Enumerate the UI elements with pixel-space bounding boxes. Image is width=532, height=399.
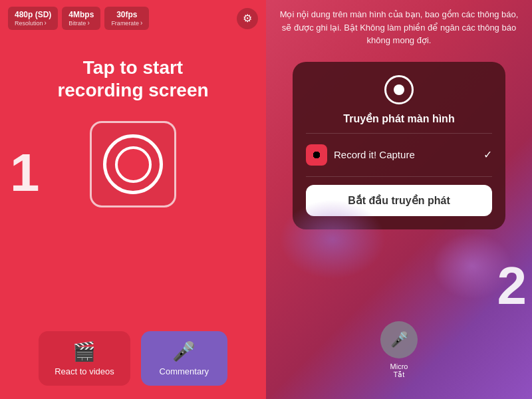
- check-icon: ✓: [483, 148, 492, 161]
- blur-decoration-1: [279, 200, 386, 279]
- app-icon: ⏺: [306, 144, 327, 166]
- main-title: Tap to startrecording screen: [44, 57, 221, 101]
- bitrate-control[interactable]: 4Mbps Bitrate: [62, 7, 100, 30]
- record-circle-outer: [103, 134, 163, 194]
- step-number-2: 2: [497, 259, 527, 313]
- react-videos-button[interactable]: 🎬 React to videos: [39, 331, 130, 386]
- record-tap-area[interactable]: [90, 121, 176, 207]
- resolution-control[interactable]: 480p (SD) Resolution: [8, 7, 58, 30]
- top-bar: 480p (SD) Resolution 4Mbps Bitrate 30fps…: [0, 0, 266, 37]
- modal-divider-2: [306, 176, 492, 177]
- microphone-icon: 🎤: [172, 340, 196, 362]
- broadcast-record-icon: [384, 75, 414, 104]
- modal-option-row: ⏺ Record it! Capture ✓: [306, 142, 492, 168]
- framerate-label: Framerate: [111, 19, 142, 27]
- right-panel: Mọi nội dung trên màn hình của bạn, bao …: [266, 0, 532, 399]
- right-description: Mọi nội dung trên màn hình của bạn, bao …: [266, 0, 532, 55]
- react-videos-label: React to videos: [55, 366, 114, 376]
- record-icon: ⏺: [311, 149, 322, 161]
- left-panel: 480p (SD) Resolution 4Mbps Bitrate 30fps…: [0, 0, 266, 399]
- mic-button[interactable]: 🎤: [380, 321, 418, 358]
- bottom-buttons: 🎬 React to videos 🎤 Commentary: [39, 331, 227, 386]
- framerate-control[interactable]: 30fps Framerate: [104, 7, 149, 30]
- modal-title: Truyền phát màn hình: [343, 112, 454, 125]
- commentary-button[interactable]: 🎤 Commentary: [141, 331, 227, 386]
- record-dot: [394, 84, 404, 95]
- bitrate-value: 4Mbps: [68, 10, 94, 19]
- commentary-label: Commentary: [160, 366, 209, 376]
- mic-label: MicroTắt: [390, 362, 408, 379]
- resolution-value: 480p (SD): [15, 10, 51, 19]
- resolution-label: Resolution: [15, 19, 51, 27]
- gear-icon: ⚙: [243, 12, 252, 25]
- bitrate-label: Bitrate: [68, 19, 94, 27]
- record-circle-inner: [115, 146, 152, 183]
- step-number-1: 1: [10, 146, 40, 200]
- mic-button-area: 🎤 MicroTắt: [380, 321, 418, 379]
- app-name: Record it! Capture: [334, 149, 477, 160]
- framerate-value: 30fps: [111, 10, 142, 19]
- mic-icon: 🎤: [390, 331, 408, 348]
- settings-button[interactable]: ⚙: [237, 8, 258, 29]
- modal-divider: [306, 133, 492, 134]
- camera-icon: 🎬: [72, 340, 96, 362]
